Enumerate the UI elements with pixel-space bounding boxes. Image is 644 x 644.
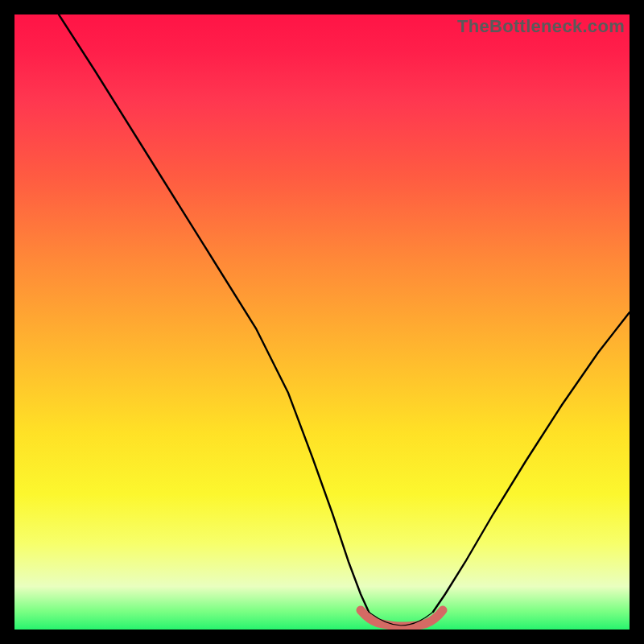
- plot-area: TheBottleneck.com: [14, 14, 630, 630]
- optimal-flat-segment: [361, 610, 443, 626]
- chart-frame: TheBottleneck.com: [0, 0, 644, 644]
- curve-right-limb: [433, 312, 630, 612]
- curve-layer: [14, 14, 630, 630]
- curve-left-limb: [59, 14, 369, 612]
